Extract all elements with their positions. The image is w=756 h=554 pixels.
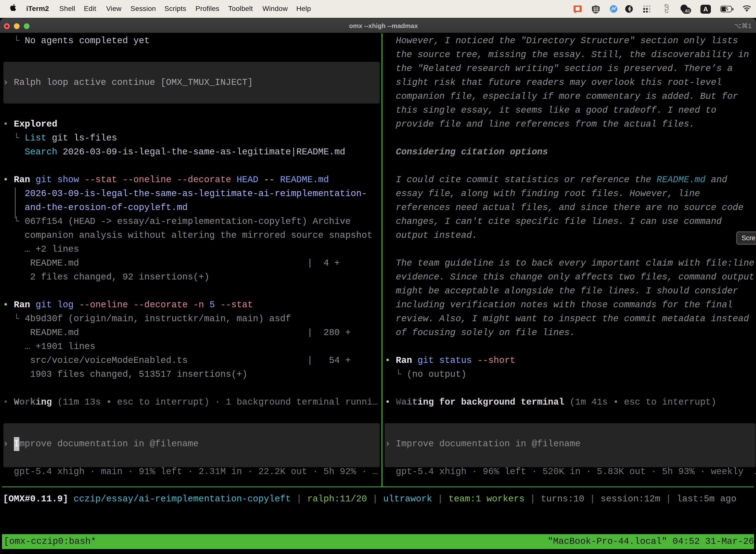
svg-text:..61: ..61: [683, 8, 690, 13]
